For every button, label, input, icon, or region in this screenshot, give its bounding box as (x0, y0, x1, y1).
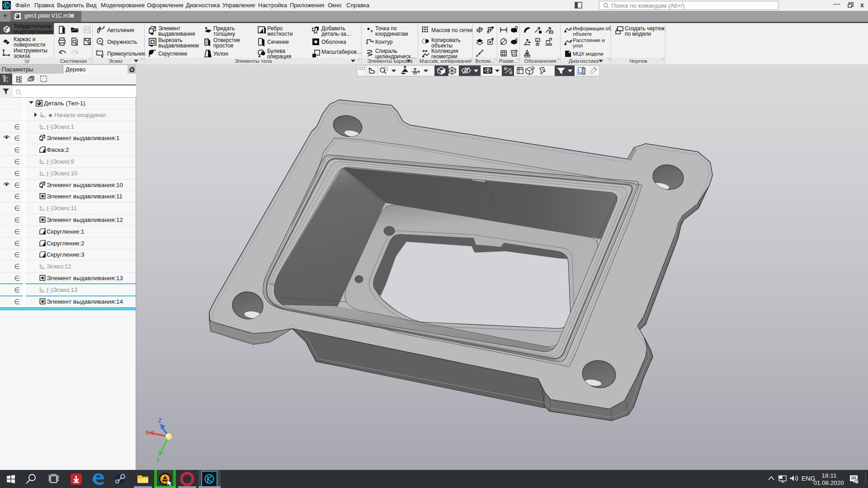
svg-text:R: R (516, 38, 518, 40)
svg-text:?: ? (570, 39, 572, 44)
svg-text:A: A (537, 39, 538, 42)
svg-text:X: X (146, 430, 149, 436)
svg-text:Y: Y (156, 458, 160, 465)
svg-text:18:11: 18:11 (822, 472, 837, 479)
svg-text:2: 2 (7, 80, 9, 83)
svg-text:?: ? (570, 27, 572, 32)
svg-text:01.08.2020: 01.08.2020 (813, 479, 844, 486)
svg-text:1: 1 (7, 76, 9, 79)
svg-text:Z: Z (158, 418, 162, 424)
